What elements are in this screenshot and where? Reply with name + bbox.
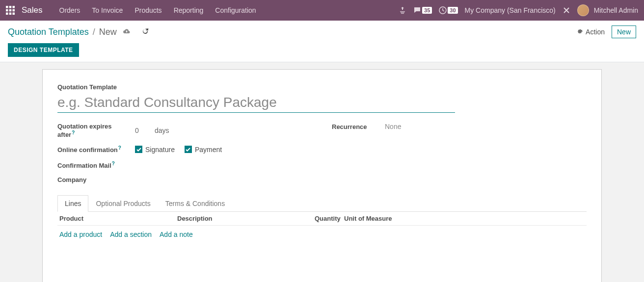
row-expires: Quotation expires after? days xyxy=(57,123,312,138)
signature-checkbox[interactable] xyxy=(135,146,142,153)
gear-icon xyxy=(577,28,584,36)
new-button[interactable]: New xyxy=(612,26,636,38)
online-confirmation-label: Online confirmation? xyxy=(57,145,130,154)
payment-checkbox[interactable] xyxy=(185,146,192,153)
table-header: Product Description Quantity Unit of Mea… xyxy=(57,212,587,226)
signature-label: Signature xyxy=(145,146,175,154)
quotation-template-name-input[interactable] xyxy=(57,94,455,113)
row-confirmation-mail: Confirmation Mail? xyxy=(57,161,312,169)
nav-orders[interactable]: Orders xyxy=(54,6,86,14)
nav-menu: Orders To Invoice Products Reporting Con… xyxy=(54,6,262,14)
activities-icon[interactable]: 30 xyxy=(439,6,457,14)
tabs: Lines Optional Products Terms & Conditio… xyxy=(57,195,587,212)
form-left-column: Quotation expires after? days Online con… xyxy=(57,123,312,183)
nav-reporting[interactable]: Reporting xyxy=(168,6,210,14)
form-right-column: Recurrence None xyxy=(332,123,587,183)
tab-lines[interactable]: Lines xyxy=(57,195,88,212)
debug-icon[interactable] xyxy=(399,6,406,14)
svg-rect-0 xyxy=(6,6,8,8)
add-section-link[interactable]: Add a section xyxy=(110,231,152,238)
row-company: Company xyxy=(57,176,312,183)
payment-label: Payment xyxy=(195,146,222,154)
apps-icon[interactable] xyxy=(6,6,15,15)
help-icon[interactable]: ? xyxy=(72,130,75,135)
col-quantity: Quantity xyxy=(315,215,344,222)
table-body-empty xyxy=(57,243,587,282)
discard-icon[interactable] xyxy=(141,27,149,37)
control-panel: Quotation Templates / New Action New DES… xyxy=(0,21,644,62)
svg-rect-3 xyxy=(6,9,8,12)
messages-icon[interactable]: 35 xyxy=(413,6,432,14)
tab-optional-products[interactable]: Optional Products xyxy=(88,195,158,211)
nav-configuration[interactable]: Configuration xyxy=(209,6,262,14)
help-icon[interactable]: ? xyxy=(112,161,115,166)
svg-rect-5 xyxy=(13,9,15,12)
avatar xyxy=(577,4,589,16)
user-name: Mitchell Admin xyxy=(594,6,638,14)
table-action-row: Add a product Add a section Add a note xyxy=(57,226,587,243)
add-product-link[interactable]: Add a product xyxy=(59,231,102,238)
breadcrumb-current: New xyxy=(99,27,117,37)
recurrence-label: Recurrence xyxy=(332,123,376,130)
expires-label: Quotation expires after? xyxy=(57,123,130,138)
app-name[interactable]: Sales xyxy=(22,5,43,15)
col-description: Description xyxy=(177,215,315,222)
svg-rect-2 xyxy=(13,6,15,8)
help-icon[interactable]: ? xyxy=(118,145,121,151)
design-template-button[interactable]: DESIGN TEMPLATE xyxy=(8,43,79,57)
topbar-right: 35 30 My Company (San Francisco) Mitchel… xyxy=(399,4,638,16)
svg-rect-1 xyxy=(9,6,12,8)
expires-input[interactable] xyxy=(135,127,150,134)
svg-rect-4 xyxy=(9,9,12,12)
confirmation-mail-label: Confirmation Mail? xyxy=(57,161,130,169)
tab-terms-conditions[interactable]: Terms & Conditions xyxy=(158,195,232,211)
svg-rect-6 xyxy=(6,13,8,15)
tools-icon[interactable] xyxy=(563,6,570,14)
svg-rect-8 xyxy=(13,13,15,15)
content-area: Quotation Template Quotation expires aft… xyxy=(0,62,644,282)
form-sheet: Quotation Template Quotation expires aft… xyxy=(42,69,602,282)
topbar: Sales Orders To Invoice Products Reporti… xyxy=(0,0,644,21)
company-switcher[interactable]: My Company (San Francisco) xyxy=(465,6,556,14)
row-recurrence: Recurrence None xyxy=(332,123,587,130)
messages-badge: 35 xyxy=(422,7,432,14)
breadcrumb-root[interactable]: Quotation Templates xyxy=(8,27,89,37)
nav-to-invoice[interactable]: To Invoice xyxy=(86,6,129,14)
action-dropdown[interactable]: Action xyxy=(577,28,605,36)
breadcrumb-separator: / xyxy=(93,27,95,37)
add-note-link[interactable]: Add a note xyxy=(160,231,193,238)
nav-products[interactable]: Products xyxy=(129,6,167,14)
col-product: Product xyxy=(59,215,177,222)
recurrence-value[interactable]: None xyxy=(385,123,401,130)
activities-badge: 30 xyxy=(448,7,457,14)
action-label: Action xyxy=(586,28,605,36)
title-label: Quotation Template xyxy=(57,83,587,91)
expires-unit: days xyxy=(155,127,169,134)
svg-rect-7 xyxy=(9,13,12,15)
row-online-confirmation: Online confirmation? Signature Payment xyxy=(57,145,312,154)
company-label: Company xyxy=(57,176,130,183)
cloud-save-icon[interactable] xyxy=(123,27,131,37)
user-menu[interactable]: Mitchell Admin xyxy=(577,4,638,16)
breadcrumb: Quotation Templates / New xyxy=(8,27,149,37)
col-uom: Unit of Measure xyxy=(344,215,585,222)
